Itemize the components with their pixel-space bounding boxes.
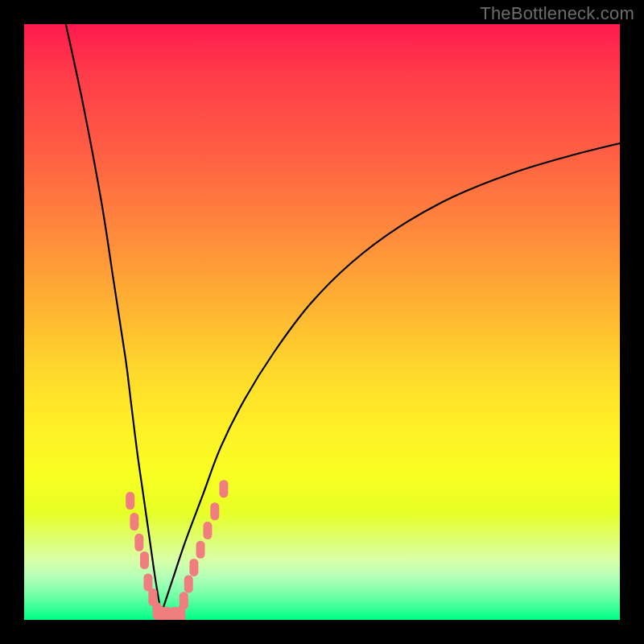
marker-point [203, 522, 212, 539]
marker-point [126, 492, 134, 510]
marker-point [189, 559, 198, 576]
marker-point [143, 573, 152, 591]
watermark-text: TheBottleneck.com [480, 3, 634, 24]
marker-point [176, 606, 185, 620]
marker-point [196, 541, 205, 559]
marker-point [157, 606, 166, 620]
marker-point [130, 513, 138, 530]
marker-point [180, 592, 188, 609]
bottleneck-curve [24, 24, 620, 620]
marker-point [184, 576, 193, 593]
marker-point [210, 502, 219, 520]
marker-point [219, 480, 228, 497]
curve-bottleneck-left [66, 24, 161, 614]
chart-frame: TheBottleneck.com [0, 0, 644, 644]
marker-point [134, 534, 143, 551]
plot-area [24, 24, 620, 620]
curve-bottleneck-right [161, 143, 620, 614]
marker-point [140, 551, 149, 569]
marker-point [153, 602, 162, 620]
marker-point [163, 607, 171, 620]
marker-point [148, 588, 157, 606]
marker-point [170, 607, 179, 620]
